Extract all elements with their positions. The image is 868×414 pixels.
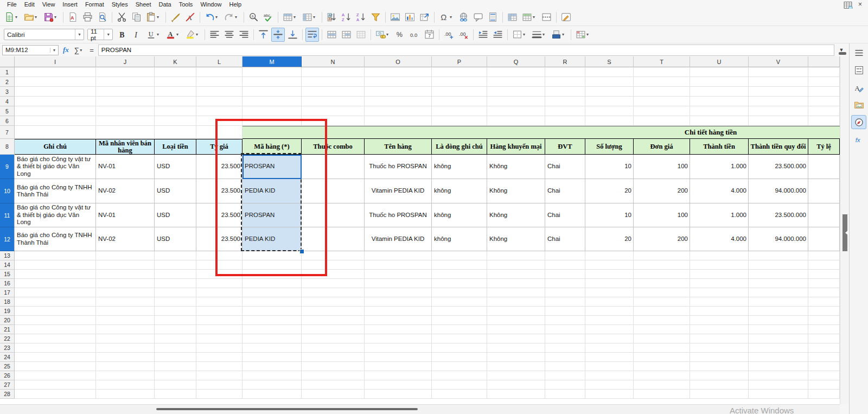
cell-S14[interactable] [585,260,634,270]
cell-R6[interactable] [545,116,585,126]
cell-I15[interactable] [15,270,96,279]
cell-U5[interactable] [690,106,749,116]
cell-T28[interactable] [634,390,690,399]
cell-W13[interactable] [808,251,840,260]
font-size-combobox[interactable]: 11 pt ▾ [87,29,113,40]
cell-W1[interactable] [808,67,840,77]
cell-T16[interactable] [634,279,690,288]
cut-button[interactable] [115,10,129,24]
cell-W21[interactable] [808,325,840,334]
cell-K24[interactable] [155,353,196,362]
cell-I25[interactable] [15,362,96,371]
cell-S6[interactable] [585,116,634,126]
cell-M27[interactable] [242,380,302,390]
cell-P16[interactable] [432,279,487,288]
menu-view[interactable]: View [39,1,59,8]
cell-L14[interactable] [196,260,242,270]
cell-V6[interactable] [749,116,808,126]
properties-deck-button[interactable] [851,63,866,77]
cell-J11[interactable]: NV-01 [96,203,155,227]
cell-L23[interactable] [196,343,242,353]
cell-I27[interactable] [15,380,96,390]
export-pdf-button[interactable]: A [66,10,80,24]
cell-K27[interactable] [155,380,196,390]
align-right-button[interactable] [237,28,251,42]
cell-L9[interactable]: 23.500 [196,155,242,179]
cell-W25[interactable] [808,362,840,371]
merged-cell-chi-tiet-hang-tien[interactable]: Chi tiết hàng tiền [242,126,840,139]
new-button[interactable]: ▾ [3,10,21,24]
hyperlink-button[interactable] [457,10,470,24]
border-style-button[interactable]: ▾ [530,28,548,42]
sort-ascending-button[interactable]: AZ [340,10,353,24]
underline-dropdown-icon[interactable]: ▾ [157,32,161,37]
cell-J23[interactable] [96,343,155,353]
column-header-S[interactable]: S [585,56,634,67]
cell-P1[interactable] [432,67,487,77]
cell-N17[interactable] [302,288,365,297]
cell-Q15[interactable] [487,270,545,279]
cell-O11[interactable]: Thuốc ho PROSPAN [365,203,432,227]
cell-P13[interactable] [432,251,487,260]
row-header-8[interactable]: 8 [0,139,15,155]
row-header-7[interactable]: 7 [0,126,15,139]
cell-M19[interactable] [242,307,302,316]
cell-O14[interactable] [365,260,432,270]
cell-S16[interactable] [585,279,634,288]
add-decimal-place-button[interactable]: .00 [442,28,456,42]
cell-I21[interactable] [15,325,96,334]
cell-L25[interactable] [196,362,242,371]
cell-V12[interactable]: 94.000.000 [749,227,808,251]
cell-T19[interactable] [634,307,690,316]
cell-L17[interactable] [196,288,242,297]
cell-P11[interactable]: không [432,203,487,227]
cell-L1[interactable] [196,67,242,77]
styles-deck-button[interactable]: A [851,80,866,94]
cell-W6[interactable] [808,116,840,126]
rows-dropdown-icon[interactable]: ▾ [293,15,298,20]
cell-T10[interactable]: 200 [634,179,690,203]
cell-N21[interactable] [302,325,365,334]
cell-I3[interactable] [15,87,96,97]
cell-K21[interactable] [155,325,196,334]
number-format-button[interactable]: 0.0 [408,28,422,42]
merge-cells-button[interactable] [340,28,353,42]
cell-K7[interactable] [155,126,196,139]
cell-I1[interactable] [15,67,96,77]
align-bottom-button[interactable] [286,28,299,42]
cell-N16[interactable] [302,279,365,288]
cell-P21[interactable] [432,325,487,334]
cell-O26[interactable] [365,371,432,380]
cell-R21[interactable] [545,325,585,334]
cell-R17[interactable] [545,288,585,297]
gallery-deck-button[interactable] [851,98,866,112]
cell-J12[interactable]: NV-02 [96,227,155,251]
cell-Q5[interactable] [487,106,545,116]
row-header-22[interactable]: 22 [0,334,15,343]
cell-J9[interactable]: NV-01 [96,155,155,179]
row-header-26[interactable]: 26 [0,371,15,380]
undo-dropdown-icon[interactable]: ▾ [215,15,220,20]
row-header-1[interactable]: 1 [0,67,15,77]
cell-J21[interactable] [96,325,155,334]
cell-S2[interactable] [585,77,634,87]
cell-P12[interactable]: không [432,227,487,251]
cell-M3[interactable] [242,87,302,97]
cell-N5[interactable] [302,106,365,116]
cell-O25[interactable] [365,362,432,371]
functions-deck-button[interactable]: fx [851,132,866,147]
merge-center-cells-button[interactable] [325,28,339,42]
cell-V19[interactable] [749,307,808,316]
column-header-O[interactable]: O [365,56,432,67]
table-header-S8[interactable]: Số lượng [585,139,634,155]
cell-M6[interactable] [242,116,302,126]
cell-J5[interactable] [96,106,155,116]
cell-U23[interactable] [690,343,749,353]
cell-U9[interactable]: 1.000 [690,155,749,179]
cell-V24[interactable] [749,353,808,362]
row-header-13[interactable]: 13 [0,251,15,260]
cell-I13[interactable] [15,251,96,260]
row-header-11[interactable]: 11 [0,203,15,227]
conditional-formatting-dropdown-icon[interactable]: ▾ [586,32,591,37]
columns-button[interactable]: ▾ [301,10,319,24]
